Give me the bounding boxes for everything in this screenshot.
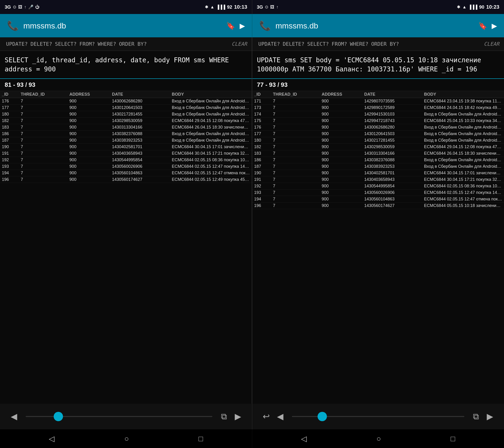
table-cell: 7 [271, 163, 320, 170]
table-row[interactable]: 18079001430217281455Вход в Сбербанк Онла… [252, 137, 504, 144]
forward-btn-left[interactable]: ▶ [231, 410, 245, 424]
clear-btn-right[interactable]: CLEAR [484, 41, 499, 47]
table-row[interactable]: 19379001430560026906ECMC6844 02.05.15 12… [252, 189, 504, 196]
sys-recent-left[interactable]: □ [198, 434, 203, 443]
table-row[interactable]: 19179001430403658943ECMC6844 30.04.15 17… [0, 150, 252, 157]
table-row[interactable]: 19079001430402581701ECMC6844 30.04.15 17… [0, 144, 252, 150]
sys-home-left[interactable]: ○ [124, 434, 129, 443]
table-cell: ECMC6844 02.05.15 08:36 покупка 1000р AZ… [170, 157, 252, 163]
table-cell: 1430382376088 [110, 131, 170, 137]
copy-btn-left[interactable]: ⧉ [217, 410, 231, 424]
table-cell: 7 [19, 105, 68, 111]
bookmark-icon-right[interactable]: 🔖 [478, 22, 487, 30]
table-row[interactable]: 18279001430298530059ECMC6844 29.04.15 12… [252, 144, 504, 150]
table-row[interactable]: 17579001429947218743ECMC6844 25.04.15 10… [252, 118, 504, 124]
select-btn-right[interactable]: SELECT? [306, 40, 330, 48]
table-row[interactable]: 18079001430217281455Вход в Сбербанк Онла… [0, 111, 252, 118]
table-cell: 900 [67, 176, 110, 183]
table-row[interactable]: 17379001429890172589ECMC6844 24.04.15 18… [252, 105, 504, 111]
sys-back-left[interactable]: ◁ [49, 434, 54, 443]
table-cell: ECMC6844 02.05.15 12:49 покупка 450р 210… [170, 176, 252, 183]
update-btn-left[interactable]: UPDATE? [5, 40, 29, 48]
table-row[interactable]: 17779001430120641503Вход в Сбербанк Онла… [0, 105, 252, 111]
slider-right[interactable] [292, 416, 465, 417]
sys-back-right[interactable]: ◁ [301, 434, 307, 443]
sys-recent-right[interactable]: □ [450, 434, 455, 443]
play-icon-right[interactable]: ▶ [492, 22, 497, 30]
bookmark-icon-left[interactable]: 🔖 [226, 22, 235, 30]
orderby-btn-left[interactable]: ORDER BY? [118, 40, 148, 48]
table-cell: 900 [320, 183, 362, 189]
select-btn-left[interactable]: SELECT? [54, 40, 78, 48]
from-btn-left[interactable]: FROM? [78, 40, 96, 48]
col-date-left: DATE [110, 91, 170, 98]
sys-home-right[interactable]: ○ [376, 434, 381, 443]
slider-thumb-right[interactable] [318, 412, 327, 421]
update-btn-right[interactable]: UPDATE? [257, 40, 281, 48]
table-cell: 182 [252, 144, 271, 150]
table-row[interactable]: 18679001430382376088Вход в Сбербанк Онла… [0, 131, 252, 137]
slider-thumb-left[interactable] [54, 412, 63, 421]
col-address-left: ADDRESS [67, 91, 110, 98]
where-btn-right[interactable]: WHERE? [348, 40, 370, 48]
undo-btn-right[interactable]: ↩ [259, 410, 273, 424]
table-row[interactable]: 18379001430313304166ECMC6844 26.04.15 18… [0, 124, 252, 131]
from-btn-right[interactable]: FROM? [330, 40, 348, 48]
query-box-right[interactable]: UPDATE sms SET body = 'ECMC6844 05.05.15… [252, 51, 504, 79]
table-cell: 1430403658943 [110, 150, 170, 157]
back-btn-right[interactable]: ◀ [273, 410, 287, 424]
table-cell: 900 [320, 150, 362, 157]
copy-btn-right[interactable]: ⧉ [469, 410, 483, 424]
table-row[interactable]: 19179001430403658943ECMC6844 30.04.15 17… [252, 176, 504, 183]
query-text-left[interactable]: SELECT _id, thread_id, address, date, bo… [5, 55, 247, 74]
orderby-btn-right[interactable]: ORDER BY? [370, 40, 400, 48]
query-text-right[interactable]: UPDATE sms SET body = 'ECMC6844 05.05.15… [257, 55, 499, 74]
table-row[interactable]: 19279001430544995854ECMC6844 02.05.15 08… [252, 183, 504, 189]
play-icon-left[interactable]: ▶ [240, 22, 245, 30]
upload-icon-left: ↑ [24, 5, 26, 10]
table-row[interactable]: 18279001430298530059ECMC6844 29.04.15 12… [0, 118, 252, 124]
table-row[interactable]: 18779001430383923253Вход в Сбербанк Онла… [0, 137, 252, 144]
table-cell: 194 [252, 196, 271, 202]
table-cell: 7 [19, 157, 68, 163]
table-cell: 900 [320, 144, 362, 150]
table-cell: 7 [19, 176, 68, 183]
table-row[interactable]: 17679001430062686280Вход в Сбербанк Онла… [252, 124, 504, 131]
table-row[interactable]: 19079001430402581701ECMC6844 30.04.15 17… [252, 170, 504, 176]
table-cell: 177 [252, 131, 271, 137]
slider-left[interactable] [26, 416, 212, 417]
table-row[interactable]: 17479001429941530103Вход в Сбербанк Онла… [252, 111, 504, 118]
table-row[interactable]: 17679001430062686280Вход в Сбербанк Онла… [0, 98, 252, 105]
table-row[interactable]: 18779001430383923253Вход в Сбербанк Онла… [252, 163, 504, 170]
delete-btn-left[interactable]: DELETE? [29, 40, 54, 48]
table-row[interactable]: 19379001430560026906ECMC6844 02.05.15 12… [0, 163, 252, 170]
table-cell: 182 [0, 118, 19, 124]
table-cell: 7 [19, 144, 68, 150]
table-cell: 900 [320, 105, 362, 111]
back-btn-left[interactable]: ◀ [7, 410, 21, 424]
table-cell: 1430120641503 [362, 131, 422, 137]
status-left-icons: 3G ⊙ 🖼 ↑ 🎤 ⏻ [5, 4, 39, 10]
table-row[interactable]: 17179001429807073595ECMC6844 23.04.15 19… [252, 98, 504, 105]
delete-btn-right[interactable]: DELETE? [281, 40, 306, 48]
sys-nav-right: ◁ ○ □ [252, 429, 504, 448]
table-row[interactable]: 17779001430120641503Вход в Сбербанк Онла… [252, 131, 504, 137]
table-cell: ECMC6844 30.04.15 17:21 покупка 324р BUR… [422, 176, 504, 183]
query-box-left[interactable]: SELECT _id, thread_id, address, date, bo… [0, 51, 252, 79]
forward-btn-right[interactable]: ▶ [483, 410, 497, 424]
table-row[interactable]: 19479001430560104863ECMC6844 02.05.15 12… [252, 196, 504, 202]
clear-btn-left[interactable]: CLEAR [232, 41, 247, 47]
table-row[interactable]: 18379001430313304166ECMC6844 26.04.15 18… [252, 150, 504, 157]
table-cell: 900 [67, 163, 110, 170]
status-bar-left: 3G ⊙ 🖼 ↑ 🎤 ⏻ ✱ ▲ ▐▐▐ 92 10:13 [0, 0, 252, 14]
table-cell: Вход в Сбербанк Онлайн для Android 11:52… [170, 137, 252, 144]
table-row[interactable]: 18679001430382376088Вход в Сбербанк Онла… [252, 157, 504, 163]
table-row[interactable]: 19279001430544995854ECMC6844 02.05.15 08… [0, 157, 252, 163]
table-row[interactable]: 19679001430560174627ECMC6844 05.05.15 10… [252, 202, 504, 209]
table-row[interactable]: 19479001430560104863ECMC6844 02.05.15 12… [0, 170, 252, 176]
table-row[interactable]: 19679001430560174627ECMC6844 02.05.15 12… [0, 176, 252, 183]
where-btn-left[interactable]: WHERE? [96, 40, 117, 48]
table-cell: 1430544995854 [362, 183, 422, 189]
table-cell: Вход в Сбербанк Онлайн для Android 08:58… [422, 111, 504, 118]
col-address-right: ADDRESS [320, 91, 362, 98]
